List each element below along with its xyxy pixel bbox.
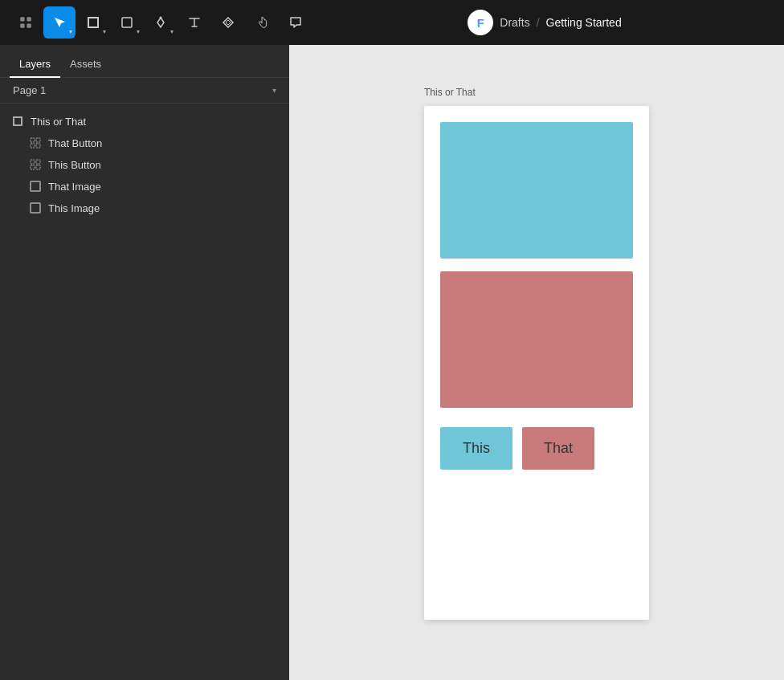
layer-that-image-name: That Image <box>48 181 101 193</box>
component-layer-icon-that-btn <box>29 136 42 149</box>
layer-that-image[interactable]: That Image <box>3 176 286 197</box>
layer-this-or-that-name: This or That <box>31 116 86 128</box>
that-image-rect[interactable] <box>440 271 633 408</box>
move-icon <box>53 16 66 29</box>
page-selector-chevron: ▾ <box>272 86 276 95</box>
text-icon <box>188 16 201 29</box>
sidebar: Layers Assets Page 1 ▾ <box>0 45 289 680</box>
breadcrumb: Drafts / Getting Started <box>500 16 621 29</box>
svg-rect-8 <box>88 18 89 26</box>
comment-icon <box>289 16 302 29</box>
layer-this-button-name: This Button <box>48 159 101 171</box>
toolbar: ▾ ▾ ▾ <box>0 0 784 45</box>
main-menu-button[interactable] <box>10 6 42 39</box>
frame-icon <box>87 16 100 29</box>
layer-that-button-name: That Button <box>48 137 102 149</box>
svg-rect-26 <box>31 160 35 164</box>
buttons-row: This That <box>440 421 633 470</box>
text-tool-button[interactable] <box>178 6 210 39</box>
canvas[interactable]: This or That This That <box>289 45 784 680</box>
svg-rect-25 <box>36 144 40 148</box>
tab-assets[interactable]: Assets <box>60 51 111 78</box>
hand-icon <box>255 16 268 29</box>
svg-rect-3 <box>27 24 31 28</box>
svg-rect-24 <box>31 144 35 148</box>
component-layer-icon-this-btn <box>29 158 42 171</box>
svg-rect-28 <box>31 165 35 169</box>
svg-rect-10 <box>89 17 97 18</box>
svg-rect-23 <box>36 138 40 142</box>
frame-container: This or That This That <box>424 106 649 620</box>
svg-rect-30 <box>31 181 40 191</box>
layer-this-image[interactable]: This Image <box>3 197 286 218</box>
toolbar-left: ▾ ▾ ▾ <box>10 6 312 39</box>
svg-rect-21 <box>14 124 21 126</box>
svg-rect-31 <box>31 203 40 213</box>
figma-logo[interactable]: F <box>468 10 493 35</box>
breadcrumb-separator: / <box>537 16 540 29</box>
sidebar-tabs: Layers Assets <box>0 45 289 78</box>
figma-f-letter: F <box>477 16 484 30</box>
rect-layer-icon-this-img <box>29 202 42 214</box>
layer-this-button[interactable]: This Button <box>3 154 286 175</box>
svg-rect-20 <box>14 116 21 118</box>
main-area: Layers Assets Page 1 ▾ <box>0 45 784 680</box>
this-image-rect[interactable] <box>440 122 633 259</box>
page-selector-label: Page 1 <box>13 84 272 96</box>
svg-rect-0 <box>20 17 24 21</box>
move-tool-button[interactable]: ▾ <box>43 6 76 39</box>
page-selector[interactable]: Page 1 ▾ <box>0 78 289 104</box>
layer-this-or-that[interactable]: This or That <box>3 111 286 132</box>
grid-icon <box>18 15 33 30</box>
toolbar-center: F Drafts / Getting Started <box>315 10 774 35</box>
svg-rect-19 <box>21 118 22 124</box>
svg-rect-18 <box>13 118 14 124</box>
svg-point-13 <box>160 17 162 19</box>
svg-rect-1 <box>27 17 31 21</box>
svg-rect-2 <box>20 24 24 28</box>
rect-tool-button[interactable]: ▾ <box>111 6 143 39</box>
breadcrumb-current: Getting Started <box>546 16 622 29</box>
frame-label: This or That <box>424 87 476 98</box>
layers-list: This or That That Button <box>0 104 289 680</box>
frame-tool-chevron: ▾ <box>103 28 106 35</box>
layer-this-image-name: This Image <box>48 202 100 214</box>
layer-that-button[interactable]: That Button <box>3 132 286 153</box>
svg-rect-12 <box>122 18 132 27</box>
components-icon <box>222 16 235 29</box>
pen-icon <box>154 16 167 29</box>
hand-tool-button[interactable] <box>246 6 278 39</box>
pen-tool-chevron: ▾ <box>170 28 174 35</box>
comment-tool-button[interactable] <box>280 6 312 39</box>
svg-rect-27 <box>36 160 40 164</box>
tab-layers[interactable]: Layers <box>10 51 60 78</box>
components-tool-button[interactable] <box>212 6 244 39</box>
frame-layer-icon <box>11 115 24 128</box>
rect-icon <box>120 16 133 29</box>
this-button[interactable]: This <box>440 427 512 470</box>
breadcrumb-prefix[interactable]: Drafts <box>500 16 529 29</box>
frame-tool-button[interactable]: ▾ <box>77 6 109 39</box>
pen-tool-button[interactable]: ▾ <box>145 6 177 39</box>
svg-rect-11 <box>89 26 97 28</box>
svg-rect-29 <box>36 165 40 169</box>
that-button[interactable]: That <box>522 427 594 470</box>
svg-rect-9 <box>97 18 99 26</box>
rect-layer-icon-that-img <box>29 180 42 193</box>
svg-rect-22 <box>31 138 35 142</box>
design-frame: This That <box>424 106 649 620</box>
rect-tool-chevron: ▾ <box>137 28 140 35</box>
move-tool-chevron: ▾ <box>69 28 72 35</box>
